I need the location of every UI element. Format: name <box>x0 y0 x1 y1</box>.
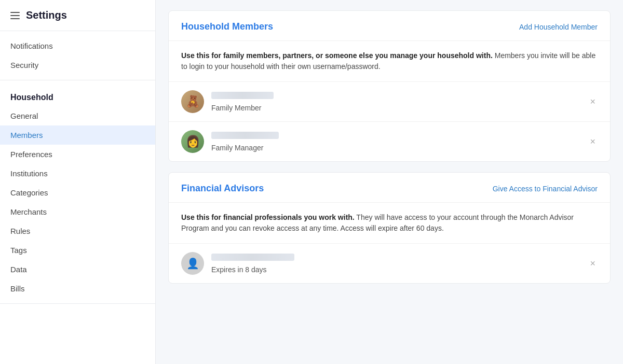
sidebar-item-security[interactable]: Security <box>0 55 155 75</box>
blurred-name-advisor-1 <box>211 254 294 261</box>
financial-advisors-description: Use this for financial professionals you… <box>169 203 610 244</box>
sidebar-header: Settings <box>0 0 155 31</box>
advisor-name-blur-1 <box>211 254 588 263</box>
give-access-advisor-button[interactable]: Give Access to Financial Advisor <box>493 185 598 193</box>
member-info-family-manager: Family Manager <box>211 132 588 152</box>
advisor-info-1: Expires in 8 days <box>211 254 588 274</box>
advisors-description-bold: Use this for financial professionals you… <box>181 213 355 221</box>
sidebar-section-account: Notifications Security <box>0 31 155 80</box>
sidebar-item-tags[interactable]: Tags <box>0 241 155 260</box>
household-members-card: Household Members Add Household Member U… <box>168 10 611 162</box>
remove-member-1-button[interactable]: × <box>588 95 598 108</box>
member-row-family-manager: 👩 Family Manager × <box>169 122 610 161</box>
hamburger-icon[interactable] <box>10 12 20 19</box>
advisor-row-1: 👤 Expires in 8 days × <box>169 244 610 283</box>
main-content: Household Members Add Household Member U… <box>156 0 623 364</box>
avatar-family-manager: 👩 <box>181 130 204 153</box>
remove-advisor-1-button[interactable]: × <box>588 257 598 270</box>
blurred-name-2 <box>211 132 279 139</box>
sidebar-item-categories[interactable]: Categories <box>0 183 155 202</box>
member-name-blur-1 <box>211 92 588 101</box>
advisor-expires-1: Expires in 8 days <box>211 265 588 274</box>
sidebar-item-preferences[interactable]: Preferences <box>0 145 155 164</box>
remove-member-2-button[interactable]: × <box>588 135 598 148</box>
household-description-bold: Use this for family members, partners, o… <box>181 51 493 60</box>
sidebar: Settings Notifications Security Househol… <box>0 0 156 364</box>
member-role-1: Family Member <box>211 104 588 112</box>
sidebar-item-merchants[interactable]: Merchants <box>0 202 155 221</box>
household-members-title: Household Members <box>181 21 273 32</box>
member-row-family-member: 🧸 Family Member × <box>169 82 610 122</box>
add-household-member-button[interactable]: Add Household Member <box>519 23 598 31</box>
financial-advisors-card: Financial Advisors Give Access to Financ… <box>168 172 611 284</box>
avatar-family-member: 🧸 <box>181 90 204 113</box>
avatar-advisor-1: 👤 <box>181 252 204 275</box>
sidebar-item-institutions[interactable]: Institutions <box>0 164 155 183</box>
sidebar-item-members[interactable]: Members <box>0 125 155 145</box>
app-title: Settings <box>26 9 67 21</box>
sidebar-section-household: Household General Members Preferences In… <box>0 80 155 304</box>
sidebar-item-rules[interactable]: Rules <box>0 221 155 241</box>
blurred-name-1 <box>211 92 274 99</box>
financial-advisors-header: Financial Advisors Give Access to Financ… <box>169 173 610 203</box>
household-members-description: Use this for family members, partners, o… <box>169 41 610 82</box>
financial-advisors-title: Financial Advisors <box>181 183 264 194</box>
household-members-header: Household Members Add Household Member <box>169 11 610 41</box>
sidebar-item-bills[interactable]: Bills <box>0 279 155 298</box>
sidebar-household-title: Household <box>0 86 155 106</box>
member-role-2: Family Manager <box>211 144 588 152</box>
sidebar-item-data[interactable]: Data <box>0 260 155 279</box>
member-name-blur-2 <box>211 132 588 141</box>
sidebar-item-notifications[interactable]: Notifications <box>0 36 155 55</box>
sidebar-item-general[interactable]: General <box>0 106 155 125</box>
member-info-family-member: Family Member <box>211 92 588 112</box>
